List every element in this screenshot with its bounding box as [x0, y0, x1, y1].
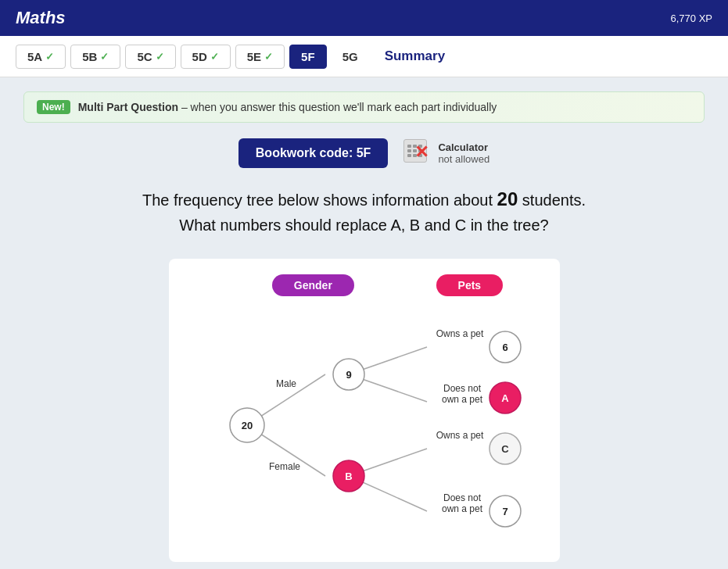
question-line2: What numbers should replace A, B and C i…: [23, 213, 705, 237]
root-node-label: 20: [241, 420, 252, 431]
tree-headers: Gender Pets: [185, 274, 544, 296]
tab-5D[interactable]: 5D ✓: [181, 45, 231, 69]
question-text: The frequency tree below shows informati…: [23, 185, 705, 237]
info-bar: New! Multi Part Question – when you answ…: [23, 91, 705, 123]
does-not-female-label2: own a pet: [441, 503, 482, 514]
app-title: Maths: [16, 8, 66, 28]
male-label: Male: [275, 378, 296, 389]
calculator-status: ✕ Calculator not allowed: [403, 139, 490, 167]
tab-bar: 5A ✓ 5B ✓ 5C ✓ 5D ✓ 5E ✓ 5F 5G Summary: [0, 36, 728, 77]
tab-5B[interactable]: 5B ✓: [70, 45, 120, 69]
tab-5E[interactable]: 5E ✓: [235, 45, 285, 69]
a-node-label: A: [501, 392, 509, 404]
info-bar-text: Multi Part Question – when you answer th…: [78, 101, 497, 113]
xp-display: 6,770 XP: [671, 13, 713, 24]
gender-header: Gender: [272, 274, 354, 296]
question-line1: The frequency tree below shows informati…: [23, 185, 705, 213]
new-badge: New!: [37, 100, 70, 114]
tab-5G[interactable]: 5G: [332, 45, 369, 68]
female-label: Female: [268, 461, 299, 472]
c-node-label: C: [501, 443, 509, 455]
tab-5C[interactable]: 5C ✓: [125, 45, 175, 69]
header: Maths 6,770 XP: [0, 0, 728, 36]
male-node-label: 9: [346, 369, 351, 381]
frequency-tree: Gender Pets 20 Male 9 Female: [169, 259, 560, 562]
bookwork-row: Bookwork code: 5F ✕ Calculator not allow…: [23, 138, 705, 168]
owns-pet-female-label: Owns a pet: [436, 430, 483, 441]
main-content: New! Multi Part Question – when you answ…: [0, 77, 728, 569]
calc-label: Calculator not allowed: [438, 141, 490, 165]
pets-header: Pets: [436, 274, 504, 296]
tab-5A[interactable]: 5A ✓: [16, 45, 66, 69]
tab-5F[interactable]: 5F: [289, 45, 327, 69]
does-not-male-label1: Does not: [443, 383, 481, 394]
owns-pet-male-label: Owns a pet: [436, 328, 483, 339]
bookwork-code: Bookwork code: 5F: [238, 138, 389, 168]
female-node-label: B: [345, 471, 352, 482]
tree-svg: 20 Male 9 Female B Owns a pet 6 Does not…: [185, 304, 544, 546]
does-not-female-label1: Does not: [443, 492, 481, 503]
does-not-female-value: 7: [502, 506, 507, 517]
owns-pet-male-value: 6: [502, 342, 507, 353]
calculator-icon: ✕: [403, 139, 432, 167]
does-not-male-label2: own a pet: [441, 394, 482, 405]
tab-summary[interactable]: Summary: [374, 44, 456, 69]
